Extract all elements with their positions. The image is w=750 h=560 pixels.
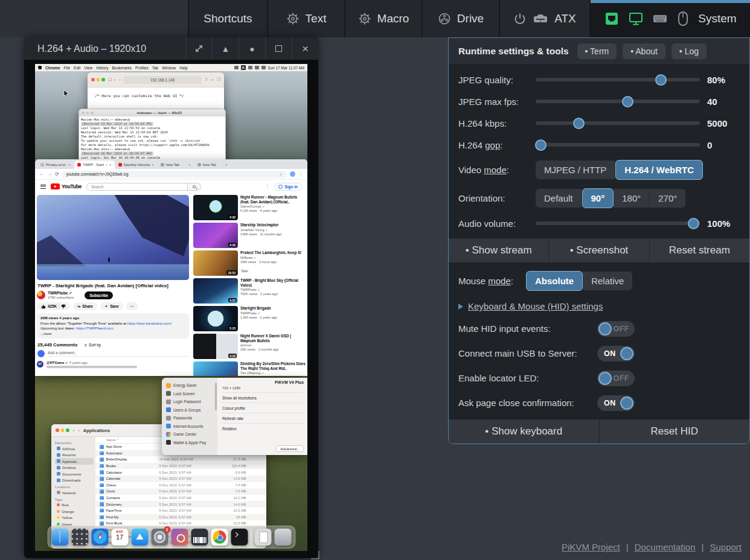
back-icon[interactable]: ‹ xyxy=(73,428,75,433)
audio-volume-slider[interactable] xyxy=(536,217,700,229)
youtube-logo[interactable]: YouTube xyxy=(51,183,82,190)
always-on-top-icon[interactable]: ▲ xyxy=(212,37,239,60)
terminal-window[interactable]: mdevaev — -bash — 80x23 Maxims-Mac-mini:… xyxy=(79,109,226,164)
dock-calendar-icon[interactable]: MAR17 xyxy=(111,529,128,546)
dock-trash-icon[interactable] xyxy=(274,529,291,546)
finder-sidebar-item[interactable]: Downloads xyxy=(55,477,94,484)
nav-text[interactable]: Text xyxy=(267,0,344,37)
mouse-absolute-button[interactable]: Absolute xyxy=(526,271,583,291)
profile-avatar[interactable] xyxy=(290,171,295,177)
tab-close-icon[interactable]: × xyxy=(225,163,228,167)
description-link[interactable]: https://TWRPband.com xyxy=(76,326,114,330)
browser-tab[interactable]: New Tab ♪ × xyxy=(158,161,194,169)
related-video-item[interactable]: 4:33 Starship Velociraptor Jonathan Youn… xyxy=(193,223,306,248)
about-button[interactable]: • About xyxy=(623,43,665,59)
search-button[interactable] xyxy=(188,183,201,191)
reset-stream-button[interactable]: Reset stream xyxy=(650,238,749,262)
scrollbar[interactable] xyxy=(215,383,217,410)
traffic-lights-icon[interactable] xyxy=(56,428,69,432)
new-tab-icon[interactable]: + xyxy=(211,78,214,82)
more-actions-button[interactable]: ··· xyxy=(126,302,138,310)
h264-webrtc-button[interactable]: H.264 / WebRTC xyxy=(615,160,703,180)
stream-video-area[interactable]: ChromeFileEditViewHistoryBookmarksProfil… xyxy=(24,60,318,558)
settings-sidebar-item[interactable]: Users & Groups xyxy=(166,406,217,415)
forward-icon[interactable]: › xyxy=(78,428,80,433)
log-button[interactable]: • Log xyxy=(671,43,707,59)
browser-tab[interactable]: New Tab ♪ × xyxy=(194,161,231,169)
dock-files-icon[interactable] xyxy=(254,529,271,546)
toggle-switch[interactable]: OFF xyxy=(597,371,635,386)
save-button[interactable]: ＋Save xyxy=(100,302,123,310)
gop-hint-link[interactable]: gop xyxy=(485,140,500,150)
mouse-relative-button[interactable]: Relative xyxy=(583,272,632,290)
finder-sidebar-item[interactable]: Network xyxy=(55,489,94,496)
dock-safari-icon[interactable] xyxy=(91,529,108,546)
finder-tag-item[interactable]: Yellow xyxy=(55,515,94,521)
traffic-lights-icon[interactable] xyxy=(91,78,105,81)
tab-close-icon[interactable]: × xyxy=(109,163,112,167)
video-mode-hint-link[interactable]: mode xyxy=(484,165,507,175)
pikvm-project-link[interactable]: PiKVM Project xyxy=(562,542,620,552)
nav-drive[interactable]: Drive xyxy=(421,0,499,37)
show-keyboard-button[interactable]: • Show keyboard xyxy=(449,419,600,444)
back-icon[interactable]: ← xyxy=(39,171,44,177)
dock-terminal-icon[interactable] xyxy=(231,529,248,546)
nav-shortcuts[interactable]: Shortcuts xyxy=(188,0,267,37)
file-row[interactable]: Calculator 5 Dec 2023, 9:37 AM 9.9 MB xyxy=(95,469,266,476)
reload-icon[interactable]: ⟳ xyxy=(55,171,59,177)
jpeg-quality-slider[interactable] xyxy=(536,74,700,86)
advanced-button[interactable]: Advanced... xyxy=(276,445,304,452)
support-link[interactable]: Support xyxy=(710,542,742,552)
settings-row[interactable]: Refresh rate xyxy=(222,413,304,423)
system-settings-window[interactable]: Energy Saver Lock Screen Login Password xyxy=(162,378,307,455)
dock-launchpad-icon[interactable] xyxy=(71,529,88,546)
file-row[interactable]: Dictionary 5 Dec 2023, 9:37 AM 14.6 MB xyxy=(95,501,266,508)
toggle-switch[interactable]: ON xyxy=(597,346,635,361)
dock-finder-icon[interactable] xyxy=(51,529,68,546)
file-row[interactable]: Clock 5 Dec 2023, 9:37 AM 7.9 MB xyxy=(95,488,266,495)
dock-midi-icon[interactable] xyxy=(191,529,208,546)
finder-sidebar-item[interactable]: Recents xyxy=(55,452,94,459)
stream-window-titlebar[interactable]: H.264 + Audio – 1920x10 ▲ ● × xyxy=(24,37,318,60)
browser-tab[interactable]: Starship Velocira ♪ × xyxy=(115,161,157,169)
settings-row[interactable]: Colour profile xyxy=(222,402,304,413)
video-description[interactable]: 20M views 4 years ago From the album "To… xyxy=(37,313,189,339)
show-more-link[interactable]: ...more xyxy=(40,331,185,337)
safari-address-bar[interactable]: 192.168.1.146 xyxy=(123,76,201,84)
related-video-item[interactable]: 5:23 Starlight Brigade TWRPtube ✓ 1.5M v… xyxy=(193,306,306,331)
tab-close-icon[interactable]: × xyxy=(152,163,154,167)
like-button[interactable]: 425K xyxy=(37,302,70,310)
nav-macro[interactable]: Macro xyxy=(344,0,421,37)
orientation-90-button[interactable]: 90° xyxy=(582,188,614,208)
finder-sidebar-item[interactable]: Desktop xyxy=(55,465,94,471)
back-icon[interactable]: ‹ xyxy=(115,78,116,82)
mac-menu-item[interactable]: Edit xyxy=(74,66,80,70)
mac-menu-item[interactable]: Bookmarks xyxy=(112,66,132,70)
mac-menu-item[interactable]: History xyxy=(96,66,108,70)
browser-tab[interactable]: Privacy error ♪ × xyxy=(37,161,74,169)
related-video-item[interactable]: 18:53 Protect The Lamborghini, Keep It! … xyxy=(193,250,306,276)
mac-menu-item[interactable]: View xyxy=(84,66,92,70)
file-row[interactable]: Calendar 5 Dec 2023, 9:37 AM 13.5 MB xyxy=(95,476,266,482)
settings-sidebar-item[interactable]: Wallet & Apple Pay xyxy=(166,439,217,447)
mjpeg-http-button[interactable]: MJPEG / HTTP xyxy=(536,161,615,179)
search-input[interactable]: Search xyxy=(86,183,188,191)
term-button[interactable]: • Term xyxy=(577,43,617,59)
related-video-item[interactable]: 4:55 TWRP - Bright Blue Sky (Official Vi… xyxy=(193,278,306,304)
channel-name[interactable]: TWRPtube ✓ xyxy=(48,291,74,296)
add-comment-input[interactable]: Add a comment.. xyxy=(48,351,188,357)
share-button[interactable]: ↪Share xyxy=(73,302,97,310)
share-icon[interactable]: ⇧ xyxy=(205,77,208,82)
file-row[interactable]: FaceTime 5 Dec 2023, 9:37 AM 15.5 MB xyxy=(95,508,266,514)
bookmark-star-icon[interactable]: ☆ xyxy=(280,172,283,176)
orientation-270-button[interactable]: 270° xyxy=(650,189,685,208)
hid-settings-link[interactable]: Keyboard & Mouse (HID) settings xyxy=(468,301,603,311)
channel-avatar[interactable] xyxy=(37,291,45,299)
settings-row[interactable]: Show all resolutions xyxy=(222,392,304,402)
chrome-menu-icon[interactable]: ⋮ xyxy=(298,171,303,177)
sort-by-button[interactable]: ≡Sort by xyxy=(85,343,101,347)
mac-menu-item[interactable]: Help xyxy=(179,66,187,70)
dock-appstore-icon[interactable] xyxy=(131,529,148,546)
window-size-icon[interactable] xyxy=(265,37,292,60)
reset-hid-button[interactable]: Reset HID xyxy=(600,419,750,444)
